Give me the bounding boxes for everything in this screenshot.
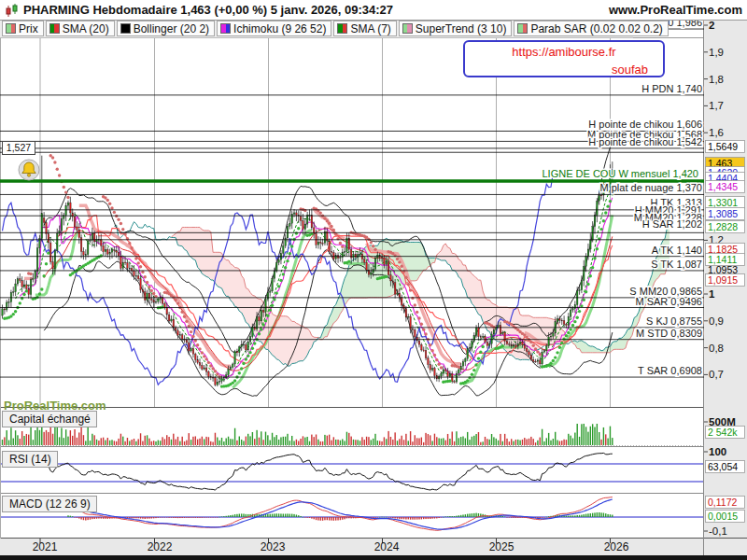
svg-text:63,054: 63,054: [708, 461, 738, 472]
svg-text:M SAR 0,9496: M SAR 0,9496: [635, 296, 702, 307]
svg-text:S TK 1,087: S TK 1,087: [651, 259, 702, 270]
legend-item-ichimoku-9-26-52[interactable]: Ichimoku (9 26 52): [217, 21, 331, 36]
legend-item-sma-20[interactable]: SMA (20): [46, 21, 115, 36]
annotation-line1: https://amibourse.fr: [465, 44, 663, 62]
svg-text:0,0015: 0,0015: [708, 511, 738, 522]
indicator-color-icon: [6, 23, 16, 34]
legend-item-bollinger-20-2[interactable]: Bollinger (20 2): [117, 21, 215, 36]
legend-item-label: SMA (7): [350, 22, 390, 35]
svg-text:LIGNE DE COU W mensuel 1,420: LIGNE DE COU W mensuel 1,420: [542, 168, 698, 179]
svg-text:H PDN 1,740: H PDN 1,740: [641, 83, 702, 94]
legend-item-label: SMA (20): [63, 22, 109, 35]
title-bar: PHARMING Hebdomadaire 1,463 (+0,00 %) 5 …: [0, 0, 747, 21]
svg-text:0,9: 0,9: [709, 315, 724, 327]
svg-text:0,1172: 0,1172: [708, 497, 737, 508]
prorealtime-watermark: www.ProRealTime.com: [609, 3, 747, 17]
svg-text:H pointe de chikou 1,542: H pointe de chikou 1,542: [588, 136, 702, 147]
candlestick-logo-icon: [4, 3, 19, 18]
svg-text:100: 100: [709, 446, 726, 457]
svg-text:1,9: 1,9: [709, 47, 724, 58]
indicator-color-icon: [49, 23, 60, 34]
svg-text:1,8: 1,8: [709, 74, 724, 85]
svg-text:1,7: 1,7: [709, 100, 724, 111]
alert-bell-icon[interactable]: [17, 158, 41, 186]
indicator-color-icon: [220, 23, 231, 34]
chart-canvas[interactable]: 202120222023202420252026A MM20 1,986H PD…: [0, 0, 747, 560]
svg-text:1,0915: 1,0915: [708, 274, 738, 286]
legend-item-parab-sar-0-02-0-02-0-2[interactable]: Parab SAR (0.02 0.02 0.2): [514, 21, 668, 36]
svg-text:T SAR 0,6908: T SAR 0,6908: [638, 365, 702, 376]
svg-text:2024: 2024: [374, 540, 400, 553]
legend-item-sma-7[interactable]: SMA (7): [333, 21, 396, 36]
svg-text:2025: 2025: [489, 540, 514, 553]
legend-item-label: RSI (14): [9, 453, 51, 466]
svg-text:2021: 2021: [33, 540, 58, 553]
legend-item-label: Ichimoku (9 26 52): [233, 22, 326, 35]
legend-item-macd-12-26-9[interactable]: MACD (12 26 9): [2, 496, 97, 512]
legend-item-capital-chang[interactable]: Capital échangé: [2, 411, 97, 427]
legend-item-rsi-14[interactable]: RSI (14): [2, 451, 58, 468]
legend-item-label: Prix: [19, 22, 38, 35]
svg-text:A TK 1,140: A TK 1,140: [652, 245, 702, 256]
svg-text:1,6: 1,6: [709, 127, 724, 138]
svg-text:2026: 2026: [604, 540, 629, 553]
legend-item-supertrend-3-10[interactable]: SuperTrend (3 10): [399, 21, 513, 36]
legend-item-label: Parab SAR (0.02 0.02 0.2): [530, 22, 662, 35]
indicator-color-icon: [517, 23, 528, 34]
svg-text:2022: 2022: [148, 540, 173, 553]
svg-text:-0,1: -0,1: [709, 525, 727, 537]
svg-text:1: 1: [709, 288, 715, 300]
svg-text:M STD 0,8309: M STD 0,8309: [636, 328, 702, 339]
legend-item-label: SuperTrend (3 10): [416, 22, 507, 35]
annotation-box[interactable]: https://amibourse.fr soufab: [463, 40, 665, 77]
svg-text:2: 2: [709, 20, 714, 31]
indicator-color-icon: [402, 23, 413, 34]
legend-item-label: Capital échangé: [9, 413, 91, 426]
svg-text:1,3301: 1,3301: [708, 197, 738, 208]
svg-text:2 542k: 2 542k: [708, 427, 738, 438]
svg-text:1,2828: 1,2828: [708, 221, 738, 232]
indicator-color-icon: [120, 23, 131, 34]
svg-text:2023: 2023: [261, 540, 286, 553]
svg-text:M plat de nuage 1,370: M plat de nuage 1,370: [600, 182, 702, 193]
legend-item-prix[interactable]: Prix: [2, 21, 44, 36]
legend-item-label: Bollinger (20 2): [134, 22, 209, 35]
svg-text:S KJ 0,8755: S KJ 0,8755: [646, 315, 702, 327]
svg-text:1,3085: 1,3085: [708, 208, 738, 219]
annotation-line2: soufab: [465, 62, 663, 79]
svg-text:0,8: 0,8: [709, 343, 724, 354]
page-title: PHARMING Hebdomadaire 1,463 (+0,00 %) 5 …: [23, 3, 393, 17]
svg-text:H SAR 1,202: H SAR 1,202: [642, 218, 702, 230]
indicator-color-icon: [337, 23, 347, 34]
svg-text:1,5649: 1,5649: [708, 141, 738, 152]
indicator-legend-bar: PrixSMA (20)Bollinger (20 2)Ichimoku (9 …: [0, 20, 633, 38]
legend-item-label: MACD (12 26 9): [9, 497, 91, 511]
alert-price-label: 1,527: [2, 141, 35, 155]
svg-text:0,7: 0,7: [709, 369, 724, 380]
svg-text:1,4345: 1,4345: [708, 181, 738, 192]
